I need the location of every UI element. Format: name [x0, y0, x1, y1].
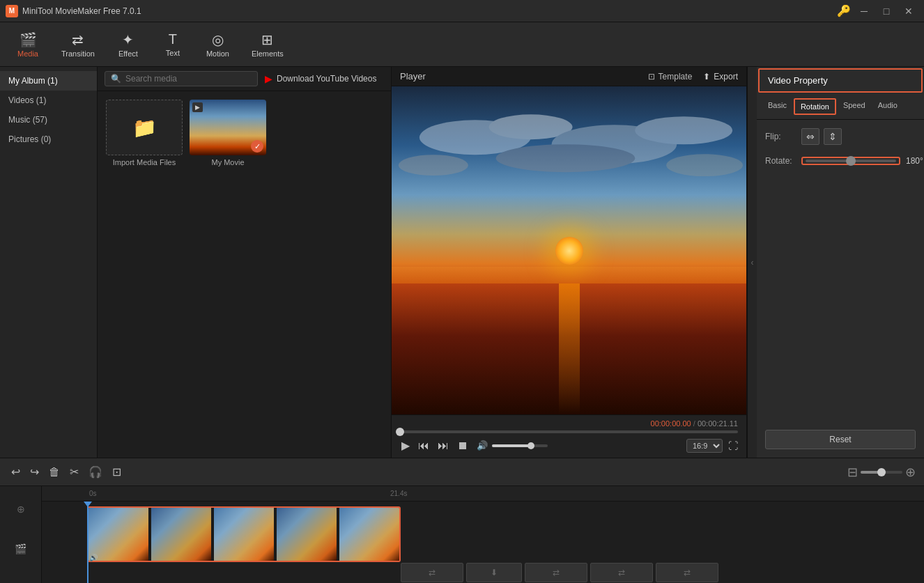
transition-icon-4: ⇄ [618, 568, 625, 577]
video-clip[interactable] [87, 506, 401, 562]
toolbar-transition[interactable]: ⇄ Transition [52, 29, 105, 61]
volume-slider[interactable] [492, 444, 548, 447]
key-icon[interactable]: 🔑 [836, 3, 852, 19]
progress-bar[interactable] [400, 430, 738, 433]
export-button[interactable]: ⬆ Export [703, 72, 738, 81]
transition-slot-1[interactable]: ⇄ [401, 563, 463, 582]
download-youtube-button[interactable]: ▶ Download YouTube Videos [265, 73, 376, 84]
template-button[interactable]: ⊡ Template [648, 72, 693, 81]
transition-icon: ⇄ [72, 31, 84, 48]
rewind-button[interactable]: ⏮ [417, 438, 431, 453]
timeline-toolbar: ↩ ↪ 🗑 ✂ 🎧 ⊡ ⊟ ⊕ [0, 458, 924, 486]
video-property-title: Video Property [768, 75, 828, 86]
search-box[interactable]: 🔍 [105, 71, 258, 86]
my-movie-label: My Movie [211, 158, 244, 166]
zoom-plus-icon[interactable]: ⊕ [905, 465, 916, 480]
cut-button[interactable]: ✂ [67, 462, 82, 481]
close-button[interactable]: ✕ [899, 3, 918, 19]
transition-icon-1: ⇄ [429, 568, 436, 577]
progress-background[interactable] [400, 430, 738, 433]
zoom-handle[interactable] [877, 468, 886, 476]
play-button[interactable]: ▶ [400, 437, 411, 453]
collapse-handle[interactable]: ‹ [747, 67, 757, 458]
timeline-tracks: 🔊 ⇄ ⬇ ⇄ ⇄ ⇄ [42, 502, 924, 583]
video-property-tabs: Basic Rotation Speed Audio [757, 94, 924, 120]
media-icon: 🎬 [20, 31, 37, 48]
toolbar-motion[interactable]: ◎ Motion [197, 29, 239, 61]
fast-forward-button[interactable]: ⏭ [436, 438, 450, 453]
zoom-slider[interactable] [861, 471, 902, 474]
video-track-icon[interactable]: 🎬 [15, 543, 26, 554]
timeline-playhead[interactable] [87, 502, 88, 583]
sidebar-item-videos[interactable]: Videos (1) [0, 91, 97, 110]
flip-vertical-button[interactable]: ⇕ [824, 128, 842, 145]
rotate-label: Rotate: [765, 156, 796, 166]
video-property-header: Video Property [758, 68, 923, 93]
player-title: Player [400, 71, 426, 81]
folder-icon: 📁 [132, 116, 157, 139]
progress-handle[interactable] [396, 428, 404, 436]
clip-frame-4 [277, 508, 338, 561]
time-display: 00:00:00.00 / 00:00:21.11 [400, 419, 738, 428]
toolbar-media-label: Media [17, 49, 38, 58]
minimize-button[interactable]: ─ [854, 3, 874, 19]
player-header: Player ⊡ Template ⬆ Export [392, 67, 746, 86]
volume-handle[interactable] [528, 442, 534, 449]
transition-slot-3[interactable]: ⇄ [525, 563, 587, 582]
rotate-slider-wrapper[interactable] [801, 157, 900, 165]
video-track: 🔊 [42, 503, 924, 566]
zoom-minus-icon[interactable]: ⊟ [847, 465, 858, 480]
svg-point-5 [666, 154, 743, 176]
sunset-scene [392, 86, 746, 414]
sidebar-item-music[interactable]: Music (57) [0, 110, 97, 130]
app-title: MiniTool MovieMaker Free 7.0.1 [22, 6, 141, 16]
media-grid: 📁 Import Media Files ▶ ✓ My Movie [98, 91, 391, 175]
toolbar-motion-label: Motion [206, 49, 229, 58]
import-thumb[interactable]: 📁 [106, 100, 183, 155]
svg-point-3 [635, 116, 732, 144]
tab-speed[interactable]: Speed [838, 98, 871, 115]
rotate-slider[interactable] [806, 160, 896, 162]
toolbar-media[interactable]: 🎬 Media [7, 29, 49, 61]
transition-slot-2[interactable]: ⬇ [466, 563, 522, 582]
rotate-row: Rotate: 180° [765, 156, 916, 166]
tick-0: 0s [89, 490, 97, 497]
media-item-my-movie[interactable]: ▶ ✓ My Movie [190, 100, 266, 166]
transition-slot-5[interactable]: ⇄ [656, 563, 718, 582]
my-movie-thumb[interactable]: ▶ ✓ [190, 100, 266, 155]
app-icon: M [6, 5, 18, 17]
undo-button[interactable]: ↩ [8, 462, 23, 481]
toolbar-text[interactable]: T Text [152, 29, 194, 60]
add-track-icon[interactable]: ⊕ [17, 504, 25, 515]
tab-audio[interactable]: Audio [872, 98, 903, 115]
maximize-button[interactable]: □ [877, 3, 896, 19]
sidebar-item-pictures[interactable]: Pictures (0) [0, 130, 97, 149]
motion-icon: ◎ [212, 31, 224, 48]
delete-button[interactable]: 🗑 [46, 463, 63, 481]
media-item-import[interactable]: 📁 Import Media Files [106, 100, 183, 166]
flip-horizontal-button[interactable]: ⇔ [801, 128, 819, 145]
volume-icon[interactable]: 🔊 [475, 439, 489, 452]
redo-button[interactable]: ↪ [27, 462, 42, 481]
svg-point-6 [496, 144, 636, 172]
crop-button[interactable]: ⊡ [109, 462, 124, 481]
toolbar-elements[interactable]: ⊞ Elements [242, 29, 293, 61]
sidebar-item-my-album[interactable]: My Album (1) [0, 71, 97, 91]
flip-row: Flip: ⇔ ⇕ [765, 128, 916, 145]
video-property-panel: Video Property Basic Rotation Speed Audi… [757, 67, 924, 458]
stop-button[interactable]: ⏹ [456, 438, 470, 453]
toolbar-effect[interactable]: ✦ Effect [107, 29, 149, 61]
search-input[interactable] [125, 74, 252, 84]
audio-separate-button[interactable]: 🎧 [86, 462, 105, 481]
fullscreen-button[interactable]: ⛶ [728, 440, 738, 451]
player-header-right: ⊡ Template ⬆ Export [648, 72, 738, 81]
timeline-ruler: 0s 21.4s [42, 486, 924, 502]
transition-track: ⇄ ⬇ ⇄ ⇄ ⇄ [401, 563, 720, 583]
tab-basic[interactable]: Basic [762, 98, 792, 115]
reset-button[interactable]: Reset [765, 430, 916, 449]
timeline-zoom: ⊟ ⊕ [847, 465, 916, 480]
text-icon: T [169, 31, 177, 47]
aspect-ratio-select[interactable]: 16:9 [686, 439, 723, 453]
tab-rotation[interactable]: Rotation [794, 98, 836, 115]
transition-slot-4[interactable]: ⇄ [590, 563, 653, 582]
